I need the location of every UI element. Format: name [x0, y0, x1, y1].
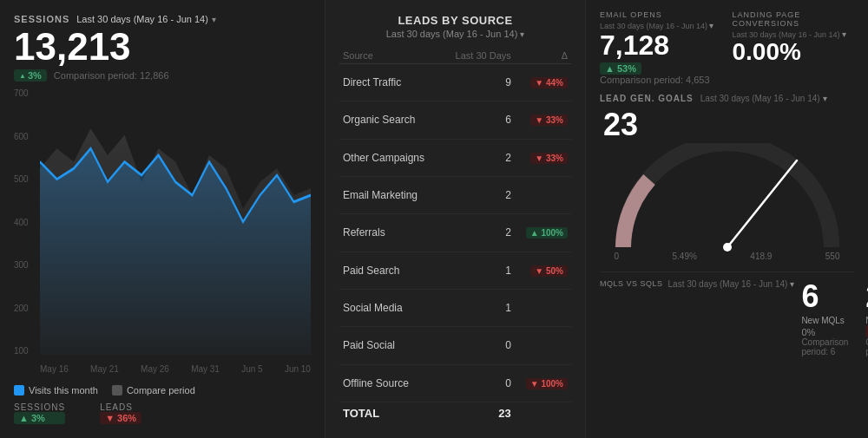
total-label: TOTAL: [339, 402, 442, 425]
legend-compare-icon: [112, 385, 122, 396]
legend-compare-label: Compare period: [127, 385, 195, 396]
source-cell: Offline Source: [339, 364, 442, 402]
col-delta: Δ: [515, 48, 571, 64]
mqls-sqls-section: MQLS VS SQLS Last 30 days (May 16 - Jun …: [600, 271, 854, 356]
value-cell: 6: [442, 101, 515, 139]
col-last30: Last 30 Days: [442, 48, 515, 64]
source-cell: Organic Search: [339, 101, 442, 139]
gauge-label-left: 0: [615, 252, 620, 261]
legend-visits-label: Visits this month: [29, 385, 98, 396]
table-row: Paid Search1▼ 50%: [339, 252, 571, 289]
source-cell: Paid Social: [339, 327, 442, 364]
delta-cell: ▼ 44%: [515, 64, 571, 101]
svg-point-3: [723, 243, 732, 252]
email-opens-label: EMAIL OPENS: [600, 10, 722, 19]
email-date-chevron[interactable]: ▾: [709, 21, 713, 30]
table-row: Paid Social0: [339, 327, 571, 364]
right-top-metrics: EMAIL OPENS Last 30 days (May 16 - Jun 1…: [600, 10, 854, 85]
leads-table: Source Last 30 Days Δ Direct Traffic9▼ 4…: [339, 48, 571, 424]
total-delta: [515, 402, 571, 425]
stat-leads-badge: ▼ 36%: [100, 412, 141, 424]
sessions-date-chevron[interactable]: ▾: [212, 15, 216, 24]
delta-cell: ▼ 33%: [515, 101, 571, 139]
leads-by-source-title: LEADS BY SOURCE: [339, 14, 571, 27]
leads-total-row: TOTAL 23: [339, 402, 571, 425]
stat-leads: LEADS ▼ 36%: [100, 402, 141, 424]
mqls-date[interactable]: Last 30 days (May 16 - Jun 14) ▾: [668, 279, 795, 289]
mqls-label: MQLS VS SQLS: [600, 279, 663, 288]
legend-compare[interactable]: Compare period: [112, 385, 195, 396]
lead-gen-date[interactable]: Last 30 days (May 16 - Jun 14) ▾: [700, 94, 827, 103]
stat-sessions: SESSIONS ▲ 3%: [14, 402, 65, 424]
source-cell: Other Campaigns: [339, 139, 442, 176]
sessions-chart-area: 700 600 500 400 300 200 100: [14, 88, 311, 382]
value-cell: 0: [442, 327, 515, 364]
value-cell: 2: [442, 214, 515, 252]
col-source: Source: [339, 48, 442, 64]
right-panel: EMAIL OPENS Last 30 days (May 16 - Jun 1…: [586, 0, 868, 438]
source-cell: Social Media: [339, 289, 442, 326]
gauge-chart: 0 5.49% 418.9 550: [606, 143, 849, 265]
chart-legend: Visits this month Compare period: [14, 385, 311, 396]
value-cell: 9: [442, 64, 515, 101]
email-opens-badge: ▲ 53%: [600, 62, 641, 75]
bottom-stats: SESSIONS ▲ 3% LEADS ▼ 36%: [14, 402, 311, 424]
value-cell: 0: [442, 364, 515, 402]
table-row: Referrals2▲ 100%: [339, 214, 571, 252]
value-cell: 2: [442, 139, 515, 176]
delta-cell: ▼ 50%: [515, 252, 571, 289]
table-row: Direct Traffic9▼ 44%: [339, 64, 571, 101]
sessions-value: 13,213: [14, 26, 311, 68]
delta-cell: [515, 289, 571, 326]
up-arrow-icon: ▲: [19, 72, 26, 80]
total-value: 23: [442, 402, 515, 425]
delta-cell: ▲ 100%: [515, 214, 571, 252]
x-axis-labels: May 16 May 21 May 26 May 31 Jun 5 Jun 10: [40, 356, 311, 382]
legend-visits-icon: [14, 385, 24, 396]
lp-value: 0.00%: [733, 39, 855, 66]
middle-panel: LEADS BY SOURCE Last 30 days (May 16 - J…: [326, 0, 586, 438]
table-row: Other Campaigns2▼ 33%: [339, 139, 571, 176]
source-cell: Paid Search: [339, 252, 442, 289]
left-panel: SESSIONS Last 30 days (May 16 - Jun 14) …: [0, 0, 326, 438]
sessions-date-range[interactable]: Last 30 days (May 16 - Jun 14) ▾: [76, 14, 216, 24]
legend-visits[interactable]: Visits this month: [14, 385, 98, 396]
mqls-pct: 0%: [801, 327, 848, 337]
source-cell: Direct Traffic: [339, 64, 442, 101]
table-row: Offline Source0▼ 100%: [339, 364, 571, 402]
delta-cell: [515, 327, 571, 364]
delta-cell: [515, 176, 571, 213]
stat-sessions-label: SESSIONS: [14, 402, 65, 412]
lead-gen-value: 23: [603, 107, 638, 143]
gauge-label-far: 550: [825, 252, 840, 261]
mqls-value: 6: [801, 279, 848, 314]
sessions-change-badge: ▲ 3%: [14, 69, 47, 82]
mqls-comparison: Comparison period: 6: [801, 337, 848, 356]
y-axis-labels: 700 600 500 400 300 200 100: [14, 88, 40, 356]
gauge-label-right: 418.9: [750, 252, 772, 261]
table-row: Organic Search6▼ 33%: [339, 101, 571, 139]
leads-date-range[interactable]: Last 30 days (May 16 - Jun 14) ▾: [339, 29, 571, 39]
email-opens-card: EMAIL OPENS Last 30 days (May 16 - Jun 1…: [600, 10, 722, 85]
table-row: Email Marketing2: [339, 176, 571, 213]
email-comparison: Comparison period: 4,653: [600, 75, 722, 85]
value-cell: 2: [442, 176, 515, 213]
stat-leads-label: LEADS: [100, 402, 141, 412]
gauge-label-mid: 5.49%: [673, 252, 697, 261]
email-opens-value: 7,128: [600, 30, 722, 61]
mqls-chevron[interactable]: ▾: [790, 279, 794, 289]
lp-date-chevron[interactable]: ▾: [842, 29, 846, 39]
sessions-label: SESSIONS: [14, 14, 69, 24]
sessions-comparison: Comparison period: 12,866: [54, 70, 169, 81]
lead-gen-chevron[interactable]: ▾: [823, 94, 827, 103]
lead-gen-header: LEAD GEN. GOALS Last 30 days (May 16 - J…: [600, 94, 854, 103]
leads-date-chevron[interactable]: ▾: [520, 29, 524, 39]
mqls-metric: 6 New MQLs 0% Comparison period: 6: [801, 279, 848, 356]
table-row: Social Media1: [339, 289, 571, 326]
delta-cell: ▼ 33%: [515, 139, 571, 176]
delta-cell: ▼ 100%: [515, 364, 571, 402]
sessions-chart-svg: [40, 88, 311, 356]
source-cell: Referrals: [339, 214, 442, 252]
lp-conversions-card: LANDING PAGE CONVERSIONS Last 30 days (M…: [733, 10, 855, 85]
lead-gen-section: LEAD GEN. GOALS Last 30 days (May 16 - J…: [600, 94, 854, 143]
